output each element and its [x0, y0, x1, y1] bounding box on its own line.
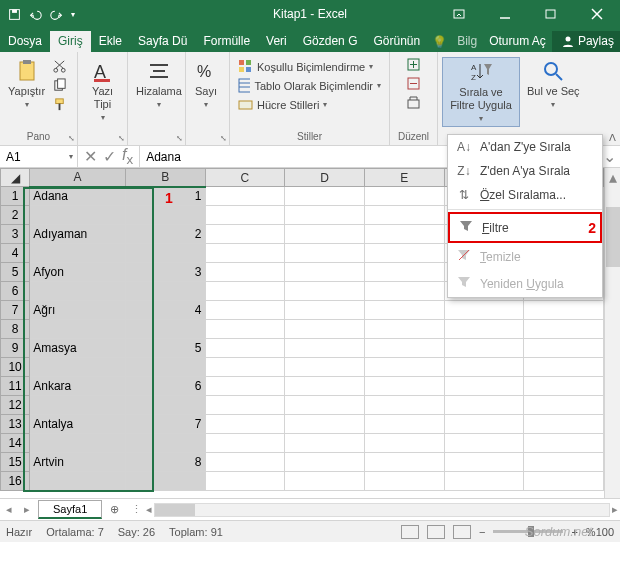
- cell[interactable]: [524, 377, 604, 396]
- cell[interactable]: [30, 244, 126, 263]
- sort-az-item[interactable]: A↓A'dan Z'ye Sırala: [448, 135, 602, 159]
- cell[interactable]: [30, 206, 126, 225]
- cell[interactable]: [444, 415, 524, 434]
- sort-za-item[interactable]: Z↓Z'den A'ya Sırala: [448, 159, 602, 183]
- cell[interactable]: [285, 472, 365, 491]
- cell[interactable]: [205, 187, 285, 206]
- row-header[interactable]: 11: [1, 377, 30, 396]
- cell[interactable]: [205, 339, 285, 358]
- cell[interactable]: [285, 206, 365, 225]
- align-button[interactable]: Hizalama▾: [132, 57, 186, 112]
- cell[interactable]: [205, 472, 285, 491]
- cell[interactable]: [285, 225, 365, 244]
- tab-giris[interactable]: Giriş: [50, 31, 91, 52]
- tab-oturum[interactable]: Oturum Aç: [483, 31, 552, 52]
- cell[interactable]: [205, 396, 285, 415]
- cell[interactable]: [285, 453, 365, 472]
- cell[interactable]: [285, 339, 365, 358]
- cell[interactable]: [524, 453, 604, 472]
- select-all-corner[interactable]: ◢: [1, 169, 30, 187]
- cell[interactable]: Amasya: [30, 339, 126, 358]
- cell[interactable]: [444, 453, 524, 472]
- tab-gozden[interactable]: Gözden G: [295, 31, 366, 52]
- custom-sort-item[interactable]: ⇅Özel Sıralama...: [448, 183, 602, 207]
- cell[interactable]: 2: [125, 225, 205, 244]
- cell[interactable]: [524, 301, 604, 320]
- cell[interactable]: [205, 320, 285, 339]
- share-button[interactable]: Paylaş: [552, 31, 620, 52]
- name-box[interactable]: A1▾: [0, 146, 78, 167]
- cell[interactable]: [30, 282, 126, 301]
- cell[interactable]: [30, 358, 126, 377]
- cell[interactable]: [364, 282, 444, 301]
- filter-item[interactable]: Filtre 2: [448, 212, 602, 243]
- row-header[interactable]: 3: [1, 225, 30, 244]
- cell[interactable]: Adana: [30, 187, 126, 206]
- cell-styles-button[interactable]: Hücre Stilleri▾: [236, 96, 383, 113]
- cell[interactable]: [364, 187, 444, 206]
- cell[interactable]: [444, 396, 524, 415]
- cell[interactable]: [285, 415, 365, 434]
- cell[interactable]: [205, 206, 285, 225]
- page-break-icon[interactable]: [453, 525, 471, 539]
- row-header[interactable]: 12: [1, 396, 30, 415]
- cell[interactable]: [364, 434, 444, 453]
- cell[interactable]: Antalya: [30, 415, 126, 434]
- col-header-b[interactable]: B: [125, 169, 205, 187]
- row-header[interactable]: 6: [1, 282, 30, 301]
- cell[interactable]: [524, 434, 604, 453]
- cell[interactable]: 4: [125, 301, 205, 320]
- cell[interactable]: 7: [125, 415, 205, 434]
- paste-button[interactable]: Yapıştır ▾: [4, 57, 49, 112]
- close-icon[interactable]: [574, 0, 620, 28]
- cell[interactable]: [364, 225, 444, 244]
- cell[interactable]: [364, 339, 444, 358]
- tab-sayfaduzeni[interactable]: Sayfa Dü: [130, 31, 195, 52]
- number-expand-icon[interactable]: ⤡: [220, 134, 227, 143]
- cell[interactable]: [364, 415, 444, 434]
- row-header[interactable]: 9: [1, 339, 30, 358]
- cell[interactable]: [285, 301, 365, 320]
- row-header[interactable]: 14: [1, 434, 30, 453]
- scroll-thumb[interactable]: [606, 207, 620, 267]
- tab-dosya[interactable]: Dosya: [0, 31, 50, 52]
- cell[interactable]: [205, 377, 285, 396]
- tab-formuller[interactable]: Formülle: [195, 31, 258, 52]
- pano-expand-icon[interactable]: ⤡: [68, 134, 75, 143]
- cell[interactable]: [364, 320, 444, 339]
- cell[interactable]: [205, 301, 285, 320]
- format-cells-icon[interactable]: [406, 95, 421, 110]
- row-header[interactable]: 15: [1, 453, 30, 472]
- autosave-icon[interactable]: [8, 8, 21, 21]
- col-header-a[interactable]: A: [30, 169, 126, 187]
- number-button[interactable]: % Sayı▾: [190, 57, 222, 112]
- tab-veri[interactable]: Veri: [258, 31, 295, 52]
- row-header[interactable]: 7: [1, 301, 30, 320]
- conditional-format-button[interactable]: Koşullu Biçimlendirme▾: [236, 58, 383, 75]
- cell[interactable]: [30, 320, 126, 339]
- cell[interactable]: [444, 434, 524, 453]
- col-header-c[interactable]: C: [205, 169, 285, 187]
- cell[interactable]: [285, 396, 365, 415]
- tellme-icon[interactable]: 💡: [428, 35, 451, 49]
- sheet-nav-prev[interactable]: ◂: [0, 503, 18, 516]
- cell[interactable]: [285, 187, 365, 206]
- new-sheet-button[interactable]: ⊕: [102, 503, 126, 516]
- cell[interactable]: [205, 225, 285, 244]
- cell[interactable]: [125, 320, 205, 339]
- tab-gorunum[interactable]: Görünün: [365, 31, 428, 52]
- cell[interactable]: [125, 434, 205, 453]
- cell[interactable]: Artvin: [30, 453, 126, 472]
- cell[interactable]: [444, 301, 524, 320]
- font-button[interactable]: A Yazı Tipi▾: [82, 57, 123, 125]
- cell[interactable]: [364, 453, 444, 472]
- cell[interactable]: [205, 263, 285, 282]
- cut-icon[interactable]: [52, 59, 67, 76]
- cell[interactable]: [524, 320, 604, 339]
- cancel-icon[interactable]: ✕: [84, 147, 97, 166]
- cell[interactable]: [364, 206, 444, 225]
- cell[interactable]: [444, 358, 524, 377]
- row-header[interactable]: 4: [1, 244, 30, 263]
- cell[interactable]: [364, 244, 444, 263]
- ribbon-collapse-icon[interactable]: ᐱ: [609, 132, 616, 143]
